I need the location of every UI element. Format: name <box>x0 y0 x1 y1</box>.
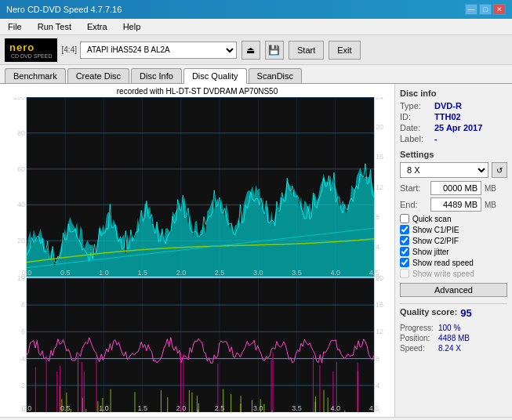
show-c2-label: Show C2/PIF <box>412 237 459 245</box>
quick-scan-checkbox[interactable] <box>400 214 409 223</box>
disc-label-label: Label: <box>400 134 431 143</box>
speed-prog-row: Speed: 8.24 X <box>400 344 507 353</box>
show-jitter-label: Show jitter <box>412 248 449 256</box>
chart-area: recorded with HL-DT-ST DVDRAM AP70NS50 <box>0 84 394 417</box>
disc-info-title: Disc info <box>400 89 507 98</box>
quick-scan-row: Quick scan <box>400 214 507 223</box>
tab-create-disc[interactable]: Create Disc <box>67 68 129 83</box>
end-label: End: <box>400 200 427 209</box>
show-write-row: Show write speed <box>400 269 507 278</box>
main-content: recorded with HL-DT-ST DVDRAM AP70NS50 D… <box>0 84 512 417</box>
progress-label: Progress: <box>400 324 435 332</box>
speed-row: 8 X ↺ <box>400 162 507 178</box>
speed-prog-value: 8.24 X <box>438 344 461 353</box>
menu-help[interactable]: Help <box>118 20 146 33</box>
toolbar: nero CD·DVD SPEED [4:4] ATAPI iHAS524 B … <box>0 35 512 65</box>
show-c1-checkbox[interactable] <box>400 225 409 234</box>
end-mb-row: End: MB <box>400 197 507 212</box>
eject-button[interactable]: ⏏ <box>241 41 260 60</box>
speed-select[interactable]: 8 X <box>400 162 488 178</box>
tab-scandisc[interactable]: ScanDisc <box>249 68 302 83</box>
show-write-checkbox[interactable] <box>400 269 409 278</box>
disc-id-value: TTH02 <box>434 112 461 121</box>
tab-disc-info[interactable]: Disc Info <box>131 68 182 83</box>
speed-refresh-button[interactable]: ↺ <box>492 162 507 178</box>
drive-bracket: [4:4] <box>62 45 77 54</box>
tab-disc-quality[interactable]: Disc Quality <box>183 68 247 84</box>
stats-bar: PI Errors Average: 17.06 Maximum: 91 Tot… <box>0 417 512 420</box>
disc-type-row: Type: DVD-R <box>400 101 507 110</box>
menu-run-test[interactable]: Run Test <box>33 20 76 33</box>
disc-id-row: ID: TTH02 <box>400 112 507 121</box>
quality-score-value: 95 <box>460 307 471 319</box>
nero-logo-sub: CD·DVD SPEED <box>11 53 53 59</box>
drive-combo: [4:4] ATAPI iHAS524 B AL2A <box>62 42 237 59</box>
disc-type-label: Type: <box>400 101 431 110</box>
close-button[interactable]: ✕ <box>493 4 506 15</box>
main-chart <box>3 97 391 412</box>
show-c1-row: Show C1/PIE <box>400 225 507 234</box>
show-read-label: Show read speed <box>412 259 474 267</box>
disc-id-label: ID: <box>400 112 431 121</box>
progress-row: Progress: 100 % <box>400 324 507 332</box>
end-unit: MB <box>485 201 496 209</box>
tabs: Benchmark Create Disc Disc Info Disc Qua… <box>0 65 512 84</box>
quick-scan-label: Quick scan <box>412 215 451 223</box>
start-unit: MB <box>485 184 496 193</box>
title-bar-buttons: — □ ✕ <box>465 4 506 15</box>
show-c2-row: Show C2/PIF <box>400 236 507 245</box>
show-jitter-row: Show jitter <box>400 247 507 256</box>
save-button[interactable]: 💾 <box>265 41 284 60</box>
start-label: Start: <box>400 183 427 193</box>
quality-score-row: Quality score: 95 <box>400 307 507 319</box>
exit-button[interactable]: Exit <box>329 41 360 60</box>
settings-title: Settings <box>400 150 507 159</box>
menu-bar: File Run Test Extra Help <box>0 19 512 35</box>
show-write-label: Show write speed <box>412 270 474 278</box>
disc-date-label: Date: <box>400 123 431 132</box>
tab-benchmark[interactable]: Benchmark <box>5 68 66 83</box>
disc-date-row: Date: 25 Apr 2017 <box>400 123 507 132</box>
speed-prog-label: Speed: <box>400 344 435 353</box>
menu-extra[interactable]: Extra <box>82 20 112 33</box>
drive-select[interactable]: ATAPI iHAS524 B AL2A <box>80 42 237 59</box>
window-title: Nero CD-DVD Speed 4.7.7.16 <box>6 5 122 14</box>
start-input[interactable] <box>430 181 481 195</box>
start-button[interactable]: Start <box>289 41 324 60</box>
position-value: 4488 MB <box>438 334 470 342</box>
minimize-button[interactable]: — <box>465 4 478 15</box>
quality-score-label: Quality score: <box>400 307 457 319</box>
menu-file[interactable]: File <box>3 20 27 33</box>
disc-date-value: 25 Apr 2017 <box>434 123 482 132</box>
nero-logo-text: nero <box>9 42 53 53</box>
show-read-checkbox[interactable] <box>400 258 409 267</box>
logo: nero CD·DVD SPEED <box>5 38 57 62</box>
show-c1-label: Show C1/PIE <box>412 226 459 234</box>
disc-label-value: - <box>434 134 438 143</box>
disc-label-row: Label: - <box>400 134 507 143</box>
progress-section: Progress: 100 % Position: 4488 MB Speed:… <box>400 324 507 353</box>
maximize-button[interactable]: □ <box>479 4 492 15</box>
position-label: Position: <box>400 334 435 342</box>
settings-section: Settings 8 X ↺ Start: MB End: MB Quick <box>400 150 507 297</box>
end-input[interactable] <box>430 197 481 212</box>
start-mb-row: Start: MB <box>400 181 507 195</box>
show-read-row: Show read speed <box>400 258 507 267</box>
progress-value: 100 % <box>438 324 460 332</box>
show-jitter-checkbox[interactable] <box>400 247 409 256</box>
position-row: Position: 4488 MB <box>400 334 507 342</box>
disc-type-value: DVD-R <box>434 101 462 110</box>
chart-title: recorded with HL-DT-ST DVDRAM AP70NS50 <box>3 87 391 96</box>
quality-row: Quality score: 95 <box>400 303 507 319</box>
title-bar: Nero CD-DVD Speed 4.7.7.16 — □ ✕ <box>0 0 512 19</box>
advanced-button[interactable]: Advanced <box>400 283 507 297</box>
show-c2-checkbox[interactable] <box>400 236 409 245</box>
right-panel: Disc info Type: DVD-R ID: TTH02 Date: 25… <box>394 84 512 417</box>
